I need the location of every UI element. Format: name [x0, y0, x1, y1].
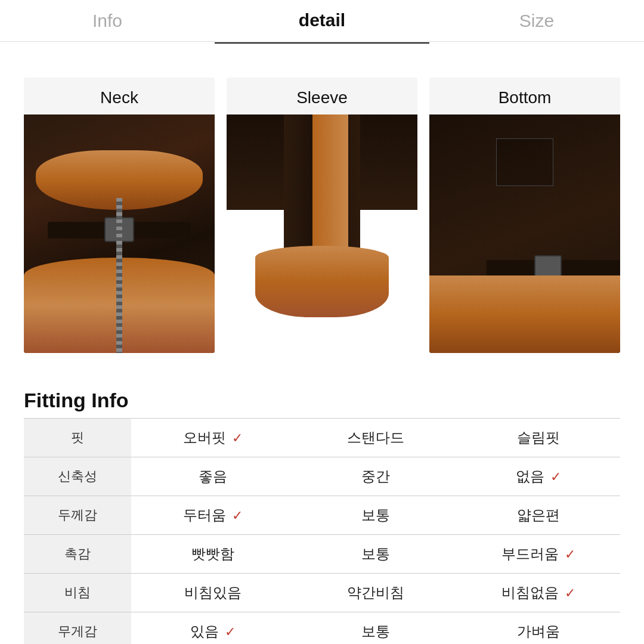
tab-bar: Info detail Size: [0, 0, 644, 42]
neck-title: Neck: [24, 78, 215, 114]
row-col3: 부드러움 ✓: [457, 535, 620, 574]
checkmark-icon: ✓: [561, 586, 575, 600]
row-col3: 없음 ✓: [457, 457, 620, 496]
row-col2: 약간비침: [294, 574, 457, 612]
table-row: 무게감있음 ✓보통가벼움: [24, 612, 620, 645]
detail-cards: Neck Sleeve Bottom: [24, 78, 620, 353]
row-col2: 중간: [294, 457, 457, 496]
sleeve-card: Sleeve: [227, 78, 417, 353]
row-label: 무게감: [24, 612, 131, 645]
fitting-table: 핏오버핏 ✓스탠다드슬림핏신축성좋음중간없음 ✓두께감두터움 ✓보통얇은편촉감빳…: [24, 418, 620, 644]
row-col3: 비침없음 ✓: [457, 574, 620, 612]
bottom-card: Bottom: [429, 78, 620, 353]
tab-size[interactable]: Size: [429, 0, 644, 43]
neck-card: Neck: [24, 78, 215, 353]
bottom-image: [429, 114, 620, 353]
row-col2: 보통: [294, 612, 457, 645]
row-col1: 빳빳함: [131, 535, 294, 574]
table-row: 비침비침있음약간비침비침없음 ✓: [24, 574, 620, 612]
row-col2: 스탠다드: [294, 419, 457, 457]
checkmark-icon: ✓: [228, 431, 243, 445]
row-col2: 보통: [294, 496, 457, 535]
row-col3: 슬림핏: [457, 419, 620, 457]
sleeve-title: Sleeve: [227, 78, 417, 114]
table-row: 신축성좋음중간없음 ✓: [24, 457, 620, 496]
fitting-info-title: Fitting Info: [24, 389, 620, 412]
bottom-title: Bottom: [429, 78, 620, 114]
row-col1: 오버핏 ✓: [131, 419, 294, 457]
row-col2: 보통: [294, 535, 457, 574]
row-label: 촉감: [24, 535, 131, 574]
row-col1: 있음 ✓: [131, 612, 294, 645]
row-label: 핏: [24, 419, 131, 457]
row-label: 신축성: [24, 457, 131, 496]
fitting-info-section: Fitting Info 핏오버핏 ✓스탠다드슬림핏신축성좋음중간없음 ✓두께감…: [24, 389, 620, 644]
row-col3: 가벼움: [457, 612, 620, 645]
main-content: Neck Sleeve Bottom: [0, 42, 644, 644]
tab-detail[interactable]: detail: [215, 0, 429, 44]
row-col1: 비침있음: [131, 574, 294, 612]
row-col3: 얇은편: [457, 496, 620, 535]
checkmark-icon: ✓: [228, 508, 243, 523]
checkmark-icon: ✓: [561, 547, 575, 562]
row-col1: 좋음: [131, 457, 294, 496]
sleeve-image: [227, 114, 417, 353]
table-row: 촉감빳빳함보통부드러움 ✓: [24, 535, 620, 574]
neck-image: [24, 114, 215, 353]
table-row: 두께감두터움 ✓보통얇은편: [24, 496, 620, 535]
tab-info[interactable]: Info: [0, 0, 215, 43]
checkmark-icon: ✓: [547, 469, 561, 484]
row-label: 두께감: [24, 496, 131, 535]
checkmark-icon: ✓: [221, 624, 236, 639]
row-label: 비침: [24, 574, 131, 612]
table-row: 핏오버핏 ✓스탠다드슬림핏: [24, 419, 620, 457]
row-col1: 두터움 ✓: [131, 496, 294, 535]
